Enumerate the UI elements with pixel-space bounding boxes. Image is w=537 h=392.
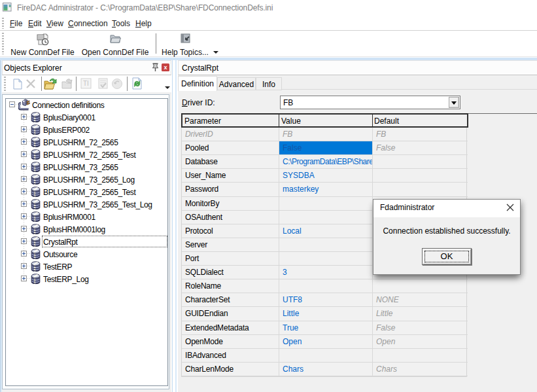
svg-text:TI: TI bbox=[83, 80, 89, 87]
